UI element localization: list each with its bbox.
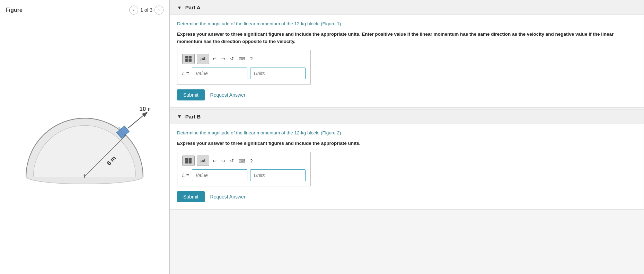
mu-button[interactable]: μÃ — [197, 54, 209, 64]
reset-button[interactable]: ↺ — [229, 55, 235, 62]
figure-label: Figure — [6, 7, 23, 13]
part-b-instruction: Express your answer to three significant… — [177, 140, 637, 147]
part-b-grid-button[interactable] — [182, 156, 195, 166]
part-b-question: Determine the magnitude of the linear mo… — [177, 130, 637, 136]
part-b-grid-icon — [185, 158, 192, 163]
undo-button[interactable]: ↩ — [211, 55, 218, 62]
part-a-toolbar: μÃ ↩ ↪ ↺ ⌨ ? — [182, 54, 306, 64]
part-b-value-input[interactable] — [192, 169, 247, 181]
part-b-title: Part B — [185, 114, 201, 120]
part-a-request-button[interactable]: Request Answer — [210, 92, 246, 98]
part-a-input-row: L = — [182, 68, 306, 79]
part-b-actions: Submit Request Answer — [177, 191, 637, 202]
part-a-title: Part A — [185, 5, 201, 10]
part-a-actions: Submit Request Answer — [177, 89, 637, 100]
part-b-reset-button[interactable]: ↺ — [229, 158, 235, 164]
part-b-figure-link[interactable]: (Figure 2) — [321, 130, 341, 135]
part-b-request-button[interactable]: Request Answer — [210, 194, 246, 200]
part-b-redo-button[interactable]: ↪ — [220, 158, 227, 164]
part-b-answer-box: μÃ ↩ ↪ ↺ ⌨ ? L = — [177, 152, 311, 186]
part-a-input-label: L = — [182, 71, 189, 76]
part-a-header: ▼ Part A — [170, 0, 644, 15]
part-b-submit-button[interactable]: Submit — [177, 191, 205, 202]
part-b-input-label: L = — [182, 173, 189, 178]
part-b-help-button[interactable]: ? — [249, 158, 254, 164]
figure-header: Figure ‹ 1 of 3 › — [6, 6, 164, 15]
part-a-units-input[interactable] — [250, 68, 306, 79]
part-a-figure-link[interactable]: (Figure 1) — [321, 21, 341, 26]
part-b-toolbar: μÃ ↩ ↪ ↺ ⌨ ? — [182, 156, 306, 166]
part-b-undo-button[interactable]: ↩ — [211, 158, 218, 164]
figure-next-button[interactable]: › — [155, 6, 164, 15]
figure-count: 1 of 3 — [140, 7, 152, 13]
figure-navigation: ‹ 1 of 3 › — [129, 6, 164, 15]
svg-text:10 m/s: 10 m/s — [139, 106, 150, 112]
keyboard-button[interactable]: ⌨ — [237, 55, 247, 62]
part-b-body: Determine the magnitude of the linear mo… — [170, 124, 644, 210]
part-a-submit-button[interactable]: Submit — [177, 89, 205, 100]
part-b-input-row: L = — [182, 169, 306, 181]
part-b-mu-button[interactable]: μÃ — [197, 156, 209, 166]
redo-button[interactable]: ↪ — [220, 55, 227, 62]
part-a-instruction: Express your answer to three significant… — [177, 31, 637, 45]
part-b-section: ▼ Part B Determine the magnitude of the … — [170, 109, 644, 210]
figure-canvas: 6 m 10 m/s — [6, 19, 164, 268]
part-b-chevron[interactable]: ▼ — [177, 114, 182, 119]
svg-line-7 — [128, 113, 147, 128]
part-a-body: Determine the magnitude of the linear mo… — [170, 15, 644, 107]
part-b-keyboard-button[interactable]: ⌨ — [237, 158, 247, 164]
figure-svg: 6 m 10 m/s — [19, 78, 150, 210]
mu-icon: μÃ — [201, 57, 206, 61]
figure-prev-button[interactable]: ‹ — [129, 6, 138, 15]
part-b-header: ▼ Part B — [170, 109, 644, 124]
grid-icon — [185, 56, 192, 62]
part-a-question: Determine the magnitude of the linear mo… — [177, 20, 637, 27]
part-b-units-input[interactable] — [250, 169, 306, 181]
left-panel: Figure ‹ 1 of 3 › 6 m — [0, 0, 170, 274]
part-a-section: ▼ Part A Determine the magnitude of the … — [170, 0, 644, 108]
part-a-chevron[interactable]: ▼ — [177, 5, 182, 10]
part-a-value-input[interactable] — [192, 68, 247, 79]
right-panel: ▼ Part A Determine the magnitude of the … — [170, 0, 644, 274]
help-button[interactable]: ? — [249, 55, 254, 62]
part-b-mu-icon: μÃ — [201, 159, 206, 163]
part-a-answer-box: μÃ ↩ ↪ ↺ ⌨ ? L = — [177, 50, 311, 85]
grid-button[interactable] — [182, 54, 195, 64]
